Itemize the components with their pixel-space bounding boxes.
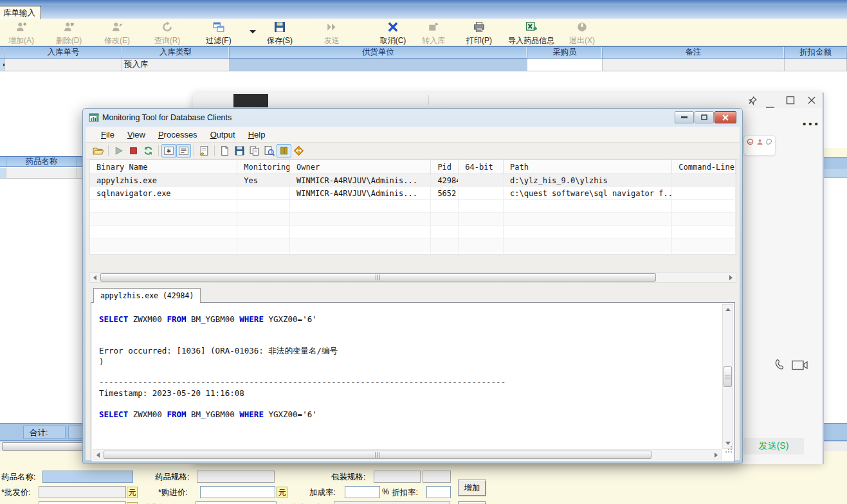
- play-icon[interactable]: [111, 144, 126, 158]
- process-cell-empty: [504, 239, 672, 251]
- scroll-up-icon[interactable]: [723, 305, 733, 314]
- process-table[interactable]: Binary NameMonitoringOwnerPid64-bitPathC…: [89, 159, 736, 255]
- spec-field[interactable]: [197, 471, 275, 483]
- asterisk-view-icon[interactable]: [161, 144, 176, 158]
- toolbar-button-cancel[interactable]: 取消(C): [377, 21, 409, 45]
- process-cell: c:\quest software\sql navigator f...: [504, 187, 672, 199]
- order-cell-order-no[interactable]: [5, 59, 122, 71]
- menu-view[interactable]: View: [121, 128, 152, 141]
- name-field[interactable]: [42, 471, 133, 483]
- emoji-icon[interactable]: [747, 138, 754, 145]
- sticker-icon[interactable]: [766, 138, 773, 145]
- scroll-left-icon[interactable]: [93, 450, 103, 460]
- goto-icon[interactable]: [291, 144, 306, 158]
- chat-close-icon[interactable]: [807, 96, 816, 107]
- add-item-button[interactable]: 增加: [458, 480, 486, 496]
- quick-reaction-toolbar[interactable]: [743, 135, 776, 156]
- wholesale-label: *批发价:: [1, 487, 31, 498]
- process-cell-empty: [237, 239, 290, 251]
- hscroll-thumb[interactable]: [100, 273, 656, 282]
- tab-stock-entry[interactable]: 库单输入: [0, 6, 41, 19]
- order-cell-buyer[interactable]: [527, 59, 603, 71]
- chat-maximize-icon[interactable]: [786, 96, 795, 107]
- order-grid-row[interactable]: 预入库: [0, 59, 847, 71]
- scroll-right-icon[interactable]: [726, 273, 736, 282]
- menu-help[interactable]: Help: [242, 128, 272, 141]
- order-cell-note[interactable]: [603, 59, 785, 71]
- find-icon[interactable]: [262, 144, 277, 158]
- scroll-left-icon[interactable]: [90, 273, 100, 282]
- toolbar-button-save[interactable]: 保存(S): [264, 21, 296, 45]
- sql-output-text[interactable]: SELECT ZWXM00 FROM BM_YGBM00 WHERE YGXZ0…: [93, 304, 722, 449]
- resize-grip[interactable]: [724, 445, 733, 456]
- toolbar-button-print[interactable]: 打印(P): [464, 21, 494, 45]
- toolbar-button-modify: 修改(E): [102, 21, 132, 45]
- pause-icon[interactable]: [277, 144, 291, 158]
- mention-icon[interactable]: [756, 138, 763, 145]
- process-row-empty: [90, 226, 736, 239]
- process-row-sqlnavigator.exe[interactable]: sqlnavigator.exeWINMICR-A4RVJUV\Adminis.…: [90, 187, 736, 200]
- process-col-header[interactable]: Monitoring: [237, 160, 290, 174]
- process-row-appylzhis.exe[interactable]: appylzhis.exeYesWINMICR-A4RVJUV\Adminis.…: [90, 174, 736, 187]
- stop-icon[interactable]: [126, 144, 141, 158]
- chat-minimize-icon[interactable]: [765, 100, 775, 111]
- copy-icon[interactable]: [247, 144, 262, 158]
- menu-output[interactable]: Output: [204, 128, 242, 141]
- process-col-header[interactable]: 64-bit: [459, 160, 504, 174]
- toolbar-button-filter[interactable]: 过滤(F): [202, 21, 235, 45]
- output-line: [99, 336, 722, 346]
- filter-dropdown-caret-icon[interactable]: [250, 30, 256, 33]
- menu-processes[interactable]: Processes: [152, 128, 204, 141]
- process-table-hscrollbar[interactable]: [89, 272, 736, 283]
- close-button[interactable]: [715, 111, 736, 123]
- purchase-field[interactable]: [200, 486, 275, 498]
- menu-file[interactable]: File: [95, 128, 121, 141]
- retail-field[interactable]: [39, 501, 126, 504]
- order-cell-supplier[interactable]: [230, 59, 527, 71]
- toolbar-button-label: 过滤(F): [206, 35, 231, 46]
- refresh-icon[interactable]: [141, 144, 156, 158]
- process-cell-empty: [290, 200, 431, 212]
- spec-label: 药品规格:: [155, 472, 189, 483]
- send-button[interactable]: 发送(S): [743, 438, 804, 455]
- dark-tab[interactable]: [233, 94, 268, 107]
- pack-field[interactable]: [374, 471, 421, 483]
- chat-more-icon[interactable]: •••: [803, 118, 821, 129]
- markup-field[interactable]: [345, 486, 380, 498]
- open-folder-icon[interactable]: [91, 144, 105, 158]
- output-hscrollbar[interactable]: [93, 449, 722, 460]
- properties-icon[interactable]: [197, 144, 212, 158]
- process-col-header[interactable]: Binary Name: [90, 160, 237, 174]
- discount-rate-field[interactable]: [426, 486, 451, 498]
- log-view-icon[interactable]: [176, 144, 191, 158]
- process-col-header[interactable]: Owner: [290, 160, 431, 174]
- qty-field[interactable]: [196, 501, 277, 504]
- vscroll-thumb[interactable]: [724, 366, 732, 387]
- save-icon: [274, 21, 286, 35]
- output-tab[interactable]: appylzhis.exe (42984): [93, 288, 201, 303]
- pack-unit-field[interactable]: [423, 471, 451, 483]
- voice-call-icon[interactable]: [774, 358, 788, 375]
- minimize-button[interactable]: [675, 111, 694, 123]
- restore-button[interactable]: [695, 111, 714, 123]
- process-col-header[interactable]: Path: [504, 160, 672, 174]
- save-file-icon[interactable]: [232, 144, 247, 158]
- scroll-right-icon[interactable]: [711, 450, 721, 460]
- wholesale-field[interactable]: [39, 486, 126, 498]
- pin-icon[interactable]: [748, 96, 758, 108]
- print-icon: [473, 21, 485, 35]
- output-vscrollbar[interactable]: [722, 304, 733, 449]
- process-cell: Yes: [237, 174, 290, 186]
- video-call-icon[interactable]: [792, 360, 808, 374]
- process-col-header[interactable]: Command-Line: [672, 160, 736, 174]
- order-cell-discount-amount[interactable]: [785, 59, 847, 71]
- hscroll-thumb[interactable]: [104, 451, 651, 459]
- order-col-order-type: 入库类型: [122, 47, 230, 58]
- maker-field[interactable]: [334, 501, 450, 504]
- toolbar-button-import[interactable]: 导入药品信息: [503, 21, 560, 45]
- process-col-header[interactable]: Pid: [431, 160, 459, 174]
- delete-item-button[interactable]: 删除: [458, 501, 486, 504]
- order-cell-order-type[interactable]: 预入库: [122, 59, 230, 71]
- new-file-icon[interactable]: [217, 144, 232, 158]
- item-cell-1[interactable]: [6, 168, 77, 178]
